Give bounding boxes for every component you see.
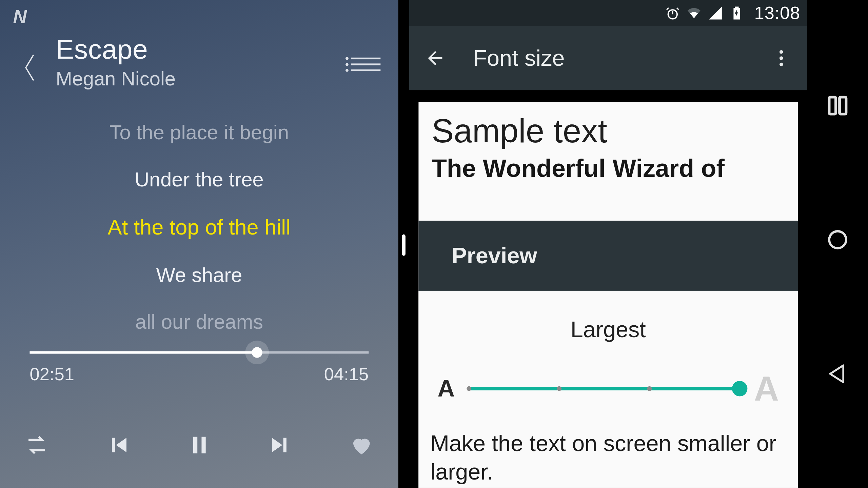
playback-controls [20,428,378,462]
lyric-line: To the place it begin [110,121,289,144]
screen-title: Font size [473,45,760,71]
android-n-badge: N [13,6,27,28]
heart-icon [349,432,374,458]
music-player-pane: N Escape Megan Nicole To the place it be… [0,0,398,488]
alarm-icon [665,5,681,21]
next-button[interactable] [264,428,297,462]
sample-text-subtitle: The Wonderful Wizard of [432,154,785,183]
content-area: Sample text The Wonderful Wizard of Prev… [418,102,798,488]
font-size-control-panel: Largest A A Make the text on screen smal… [418,291,798,488]
font-size-slider[interactable] [469,387,740,390]
queue-list-button[interactable] [351,54,381,75]
home-button[interactable] [821,223,854,256]
preview-header: Preview [418,221,798,291]
pause-icon [187,432,212,458]
lyric-line: We share [156,263,242,286]
android-nav-bar [807,0,868,488]
skip-previous-icon [105,432,131,458]
playback-progress: 02:51 04:15 [30,351,369,385]
sample-text-heading: Sample text [432,111,785,150]
svg-point-5 [829,231,846,248]
slider-tick [647,386,652,391]
svg-point-2 [780,63,783,66]
previous-button[interactable] [101,428,135,462]
back-button[interactable] [17,46,43,89]
skip-next-icon [268,432,293,458]
list-icon [351,58,381,59]
slider-tick [557,386,561,391]
overflow-menu-button[interactable] [760,37,803,80]
small-a-indicator: A [437,375,455,402]
slider-knob[interactable] [732,381,748,396]
svg-rect-4 [840,97,846,114]
total-time: 04:15 [324,364,369,385]
chevron-left-icon [22,52,38,83]
song-artist: Megan Nicole [56,68,315,90]
slider-tick [467,386,471,391]
recent-apps-button[interactable] [821,89,854,122]
favorite-button[interactable] [345,428,378,462]
large-a-indicator: A [754,368,779,408]
repeat-button[interactable] [20,428,54,462]
nav-back-icon [826,363,849,385]
split-screen-recent-icon [826,94,849,117]
sample-text-card: Sample text The Wonderful Wizard of [418,102,798,188]
font-size-value-label: Largest [430,317,786,342]
split-screen-divider[interactable] [398,0,409,488]
lyric-line: Under the tree [135,168,264,191]
svg-point-1 [780,56,783,60]
preview-label: Preview [452,243,537,268]
play-pause-button[interactable] [182,428,216,462]
navigate-up-button[interactable] [414,37,456,80]
lyrics-view[interactable]: To the place it beginUnder the treeAt th… [0,119,398,348]
battery-charging-icon [729,5,745,21]
seek-bar[interactable] [30,351,369,354]
divider-handle-icon [402,235,406,256]
status-bar: 13:08 [409,0,807,26]
lyric-line: all our dreams [135,310,263,333]
svg-rect-3 [829,97,836,114]
font-size-description: Make the text on screen smaller or large… [430,430,786,486]
home-circle-icon [826,228,849,251]
app-bar: Font size [409,26,807,90]
wifi-icon [687,5,702,21]
song-title: Escape [56,33,315,65]
lyric-line: At the top of the hill [108,215,291,240]
repeat-icon [24,432,50,458]
elapsed-time: 02:51 [30,364,74,385]
font-size-slider-row: A A [430,368,786,408]
svg-point-0 [780,50,783,54]
now-playing-title-block: Escape Megan Nicole [56,33,315,90]
more-vert-icon [771,47,792,69]
status-bar-clock: 13:08 [754,3,800,23]
cellular-signal-icon [708,5,724,21]
arrow-back-icon [425,47,446,69]
settings-pane: 13:08 Font size Sample text The Wonderfu… [409,0,807,488]
back-nav-button[interactable] [821,357,854,390]
